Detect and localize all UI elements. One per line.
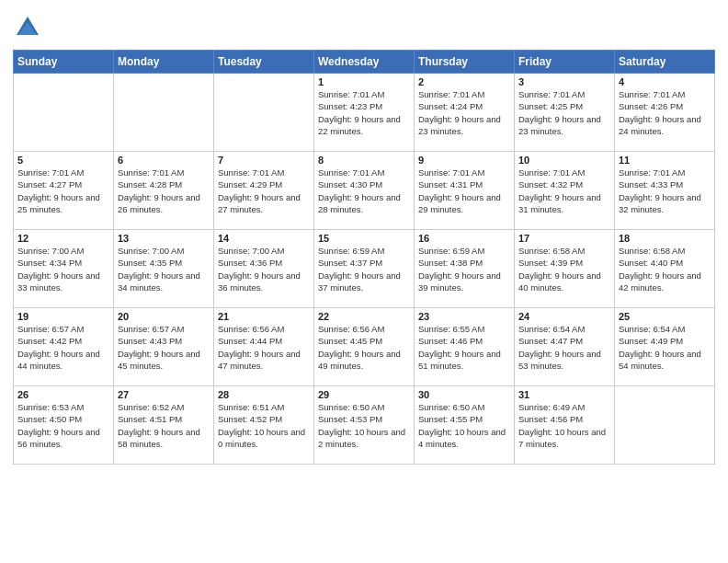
- empty-cell: [14, 74, 114, 152]
- day-number-4: 4: [619, 76, 711, 87]
- day-number-24: 24: [518, 311, 610, 322]
- day-cell-4: 4Sunrise: 7:01 AMSunset: 4:26 PMDaylight…: [615, 74, 715, 152]
- day-number-23: 23: [418, 311, 510, 322]
- day-info-2: Sunrise: 7:01 AMSunset: 4:24 PMDaylight:…: [418, 88, 510, 137]
- day-info-11: Sunrise: 7:01 AMSunset: 4:33 PMDaylight:…: [619, 167, 711, 215]
- day-cell-3: 3Sunrise: 7:01 AMSunset: 4:25 PMDaylight…: [515, 74, 615, 152]
- day-info-8: Sunrise: 7:01 AMSunset: 4:30 PMDaylight:…: [318, 167, 410, 215]
- day-cell-25: 25Sunrise: 6:54 AMSunset: 4:49 PMDayligh…: [615, 308, 715, 386]
- day-cell-1: 1Sunrise: 7:01 AMSunset: 4:23 PMDaylight…: [314, 74, 415, 152]
- day-cell-21: 21Sunrise: 6:56 AMSunset: 4:44 PMDayligh…: [214, 308, 314, 386]
- day-number-17: 17: [518, 233, 610, 244]
- day-info-29: Sunrise: 6:50 AMSunset: 4:53 PMDaylight:…: [318, 401, 410, 450]
- day-number-31: 31: [518, 389, 610, 400]
- day-cell-22: 22Sunrise: 6:56 AMSunset: 4:45 PMDayligh…: [314, 308, 415, 386]
- day-number-11: 11: [619, 155, 711, 166]
- day-cell-29: 29Sunrise: 6:50 AMSunset: 4:53 PMDayligh…: [314, 386, 415, 465]
- day-number-15: 15: [318, 233, 410, 244]
- day-info-16: Sunrise: 6:59 AMSunset: 4:38 PMDaylight:…: [418, 245, 510, 293]
- day-number-1: 1: [318, 76, 410, 87]
- day-number-30: 30: [418, 389, 510, 400]
- day-info-6: Sunrise: 7:01 AMSunset: 4:28 PMDaylight:…: [118, 167, 210, 215]
- day-number-22: 22: [318, 311, 410, 322]
- day-cell-27: 27Sunrise: 6:52 AMSunset: 4:51 PMDayligh…: [114, 386, 214, 465]
- week-row-5: 26Sunrise: 6:53 AMSunset: 4:50 PMDayligh…: [14, 386, 715, 465]
- weekday-header-monday: Monday: [114, 51, 214, 74]
- day-cell-31: 31Sunrise: 6:49 AMSunset: 4:56 PMDayligh…: [515, 386, 615, 465]
- day-cell-8: 8Sunrise: 7:01 AMSunset: 4:30 PMDaylight…: [314, 152, 415, 230]
- day-info-3: Sunrise: 7:01 AMSunset: 4:25 PMDaylight:…: [518, 88, 610, 137]
- logo: [13, 13, 46, 42]
- week-row-3: 12Sunrise: 7:00 AMSunset: 4:34 PMDayligh…: [14, 230, 715, 308]
- weekday-header-sunday: Sunday: [14, 51, 114, 74]
- day-number-26: 26: [17, 389, 109, 400]
- header: [13, 9, 715, 42]
- day-cell-16: 16Sunrise: 6:59 AMSunset: 4:38 PMDayligh…: [415, 230, 515, 308]
- day-info-21: Sunrise: 6:56 AMSunset: 4:44 PMDaylight:…: [218, 323, 310, 372]
- day-number-10: 10: [518, 155, 610, 166]
- page: SundayMondayTuesdayWednesdayThursdayFrid…: [0, 0, 728, 474]
- day-cell-30: 30Sunrise: 6:50 AMSunset: 4:55 PMDayligh…: [415, 386, 515, 465]
- day-info-12: Sunrise: 7:00 AMSunset: 4:34 PMDaylight:…: [17, 245, 109, 293]
- day-cell-6: 6Sunrise: 7:01 AMSunset: 4:28 PMDaylight…: [114, 152, 214, 230]
- day-number-16: 16: [418, 233, 510, 244]
- day-number-14: 14: [218, 233, 310, 244]
- day-cell-7: 7Sunrise: 7:01 AMSunset: 4:29 PMDaylight…: [214, 152, 314, 230]
- day-info-19: Sunrise: 6:57 AMSunset: 4:42 PMDaylight:…: [17, 323, 109, 372]
- day-number-18: 18: [619, 233, 711, 244]
- weekday-header-thursday: Thursday: [415, 51, 515, 74]
- day-info-10: Sunrise: 7:01 AMSunset: 4:32 PMDaylight:…: [518, 167, 610, 215]
- day-info-4: Sunrise: 7:01 AMSunset: 4:26 PMDaylight:…: [619, 88, 711, 137]
- day-number-7: 7: [218, 155, 310, 166]
- day-number-12: 12: [17, 233, 109, 244]
- week-row-2: 5Sunrise: 7:01 AMSunset: 4:27 PMDaylight…: [14, 152, 715, 230]
- day-number-8: 8: [318, 155, 410, 166]
- day-number-13: 13: [118, 233, 210, 244]
- day-number-28: 28: [218, 389, 310, 400]
- day-info-14: Sunrise: 7:00 AMSunset: 4:36 PMDaylight:…: [218, 245, 310, 293]
- day-cell-20: 20Sunrise: 6:57 AMSunset: 4:43 PMDayligh…: [114, 308, 214, 386]
- day-cell-24: 24Sunrise: 6:54 AMSunset: 4:47 PMDayligh…: [515, 308, 615, 386]
- weekday-header-row: SundayMondayTuesdayWednesdayThursdayFrid…: [14, 51, 715, 74]
- week-row-1: 1Sunrise: 7:01 AMSunset: 4:23 PMDaylight…: [14, 74, 715, 152]
- week-row-4: 19Sunrise: 6:57 AMSunset: 4:42 PMDayligh…: [14, 308, 715, 386]
- day-info-15: Sunrise: 6:59 AMSunset: 4:37 PMDaylight:…: [318, 245, 410, 293]
- day-info-28: Sunrise: 6:51 AMSunset: 4:52 PMDaylight:…: [218, 401, 310, 450]
- weekday-header-saturday: Saturday: [615, 51, 715, 74]
- day-number-6: 6: [118, 155, 210, 166]
- weekday-header-tuesday: Tuesday: [214, 51, 314, 74]
- day-cell-19: 19Sunrise: 6:57 AMSunset: 4:42 PMDayligh…: [14, 308, 114, 386]
- day-cell-15: 15Sunrise: 6:59 AMSunset: 4:37 PMDayligh…: [314, 230, 415, 308]
- day-number-25: 25: [619, 311, 711, 322]
- empty-cell: [214, 74, 314, 152]
- calendar: SundayMondayTuesdayWednesdayThursdayFrid…: [13, 50, 715, 465]
- day-info-18: Sunrise: 6:58 AMSunset: 4:40 PMDaylight:…: [619, 245, 711, 293]
- day-cell-11: 11Sunrise: 7:01 AMSunset: 4:33 PMDayligh…: [615, 152, 715, 230]
- day-cell-12: 12Sunrise: 7:00 AMSunset: 4:34 PMDayligh…: [14, 230, 114, 308]
- day-number-20: 20: [118, 311, 210, 322]
- day-info-27: Sunrise: 6:52 AMSunset: 4:51 PMDaylight:…: [118, 401, 210, 450]
- day-cell-28: 28Sunrise: 6:51 AMSunset: 4:52 PMDayligh…: [214, 386, 314, 465]
- day-info-25: Sunrise: 6:54 AMSunset: 4:49 PMDaylight:…: [619, 323, 711, 372]
- day-number-5: 5: [17, 155, 109, 166]
- logo-icon: [13, 13, 42, 42]
- day-number-27: 27: [118, 389, 210, 400]
- day-number-19: 19: [17, 311, 109, 322]
- day-info-22: Sunrise: 6:56 AMSunset: 4:45 PMDaylight:…: [318, 323, 410, 372]
- day-cell-13: 13Sunrise: 7:00 AMSunset: 4:35 PMDayligh…: [114, 230, 214, 308]
- empty-cell: [114, 74, 214, 152]
- day-number-3: 3: [518, 76, 610, 87]
- day-number-21: 21: [218, 311, 310, 322]
- day-cell-5: 5Sunrise: 7:01 AMSunset: 4:27 PMDaylight…: [14, 152, 114, 230]
- day-cell-10: 10Sunrise: 7:01 AMSunset: 4:32 PMDayligh…: [515, 152, 615, 230]
- day-info-26: Sunrise: 6:53 AMSunset: 4:50 PMDaylight:…: [17, 401, 109, 450]
- day-number-29: 29: [318, 389, 410, 400]
- day-cell-18: 18Sunrise: 6:58 AMSunset: 4:40 PMDayligh…: [615, 230, 715, 308]
- day-cell-2: 2Sunrise: 7:01 AMSunset: 4:24 PMDaylight…: [415, 74, 515, 152]
- weekday-header-wednesday: Wednesday: [314, 51, 415, 74]
- day-info-24: Sunrise: 6:54 AMSunset: 4:47 PMDaylight:…: [518, 323, 610, 372]
- day-info-30: Sunrise: 6:50 AMSunset: 4:55 PMDaylight:…: [418, 401, 510, 450]
- weekday-header-friday: Friday: [515, 51, 615, 74]
- day-cell-23: 23Sunrise: 6:55 AMSunset: 4:46 PMDayligh…: [415, 308, 515, 386]
- day-cell-9: 9Sunrise: 7:01 AMSunset: 4:31 PMDaylight…: [415, 152, 515, 230]
